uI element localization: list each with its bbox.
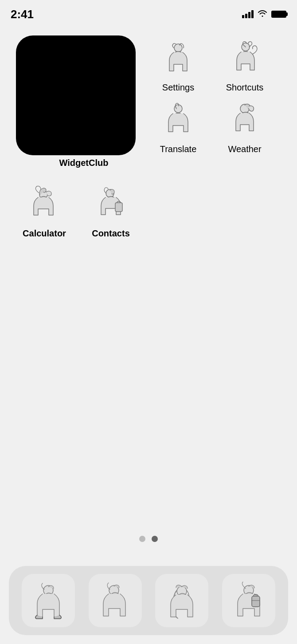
status-icons [242,9,286,20]
dock-icon-1 [28,581,68,620]
dock-app-1[interactable] [22,574,75,627]
contacts-icon [93,186,129,221]
weather-app[interactable]: Weather [218,97,271,154]
svg-rect-14 [115,203,122,212]
translate-label: Translate [160,144,197,154]
page-dot-2[interactable] [152,536,158,542]
contacts-label: Contacts [92,228,130,239]
apps-row-bottom: Translate Weather [152,97,271,154]
shortcuts-icon-wrapper [223,35,267,80]
widgetclub-label: WidgetClub [59,158,109,168]
svg-point-0 [174,44,182,52]
widgetclub-app[interactable]: WidgetClub [16,35,152,168]
settings-label: Settings [162,82,194,93]
status-bar: 2:41 [0,0,297,22]
home-screen: WidgetClub [0,22,297,239]
dock-app-3[interactable] [155,574,208,627]
weather-icon-wrapper [223,97,267,141]
dock-icon-4 [229,581,269,620]
contacts-icon-wrapper [89,181,133,226]
widgetclub-widget [16,35,136,155]
dock-app-4[interactable] [222,574,275,627]
dock-icon-3 [162,581,202,620]
translate-app[interactable]: Translate [152,97,205,154]
weather-icon [227,102,262,137]
shortcuts-app[interactable]: Shortcuts [218,35,271,93]
svg-rect-19 [252,596,260,607]
weather-label: Weather [228,144,261,154]
battery-icon [271,11,286,18]
translate-icon [160,102,196,137]
apps-grid-right: Settings Shortcuts [152,35,271,154]
calculator-icon-wrapper [22,181,66,226]
dock-icon-2 [95,581,135,620]
wifi-icon [257,9,268,20]
calculator-icon [27,186,62,221]
translate-icon-wrapper [156,97,200,141]
calculator-label: Calculator [23,228,66,239]
signal-icon [242,10,254,18]
shortcuts-label: Shortcuts [226,82,263,93]
calculator-app[interactable]: Calculator [18,181,71,239]
status-time: 2:41 [11,8,34,21]
apps-row-top: Settings Shortcuts [152,35,271,93]
shortcuts-icon [227,40,262,75]
app-row-2: Calculator Contacts [16,181,281,239]
dock [9,566,288,635]
contacts-app[interactable]: Contacts [84,181,137,239]
dock-app-2[interactable] [89,574,142,627]
settings-icon-wrapper [156,35,200,80]
app-grid-row-1: WidgetClub [16,35,281,168]
page-dot-1[interactable] [139,536,145,542]
settings-app[interactable]: Settings [152,35,205,93]
page-dots [139,536,158,542]
settings-icon [160,40,196,75]
